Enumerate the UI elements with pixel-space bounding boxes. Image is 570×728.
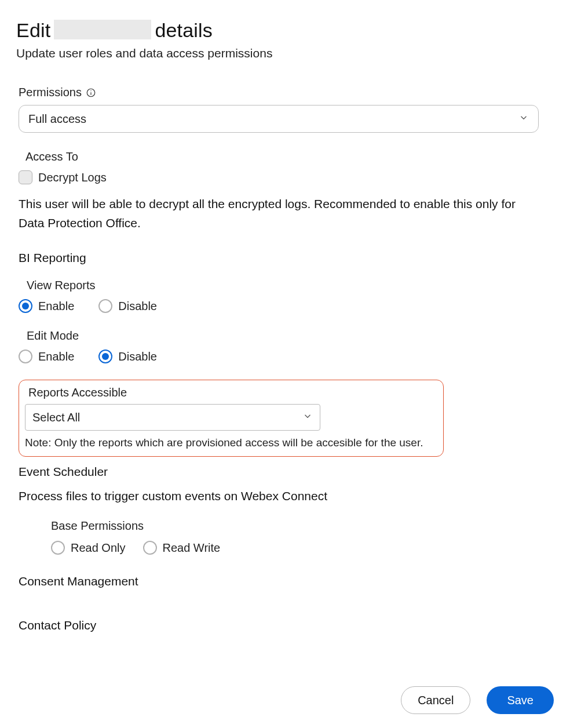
decrypt-logs-help: This user will be able to decrypt all th… (19, 195, 540, 232)
access-to-label: Access To (19, 150, 554, 163)
info-icon[interactable] (85, 87, 97, 99)
cancel-button[interactable]: Cancel (401, 686, 470, 714)
base-perm-read-only-radio[interactable]: Read Only (51, 541, 126, 555)
permissions-selected-value: Full access (28, 112, 86, 126)
edit-mode-enable-radio[interactable]: Enable (19, 350, 74, 363)
radio-icon (98, 299, 112, 313)
decrypt-logs-label: Decrypt Logs (38, 171, 107, 184)
reports-accessible-selected: Select All (32, 411, 80, 424)
radio-icon (143, 541, 157, 555)
event-scheduler-title: Event Scheduler (19, 465, 554, 479)
reports-accessible-label: Reports Accessible (25, 386, 437, 399)
permissions-select[interactable]: Full access (19, 105, 539, 133)
permissions-label: Permissions (19, 86, 554, 99)
chevron-down-icon (302, 411, 313, 424)
event-scheduler-description: Process files to trigger custom events o… (19, 489, 554, 503)
title-suffix: details (155, 19, 213, 42)
bi-reporting-title: BI Reporting (19, 251, 554, 265)
view-reports-label: View Reports (19, 279, 554, 292)
base-permissions-label: Base Permissions (51, 519, 554, 533)
save-button[interactable]: Save (487, 686, 554, 714)
radio-icon (19, 350, 32, 363)
decrypt-logs-checkbox[interactable] (19, 170, 32, 184)
footer-actions: Cancel Save (401, 686, 554, 714)
reports-accessible-note: Note: Only the reports which are provisi… (25, 436, 437, 449)
title-prefix: Edit (16, 19, 50, 42)
chevron-down-icon (518, 112, 529, 126)
radio-icon (98, 350, 112, 363)
view-reports-enable-radio[interactable]: Enable (19, 299, 74, 313)
edit-mode-disable-radio[interactable]: Disable (98, 350, 157, 363)
page-subtitle: Update user roles and data access permis… (16, 46, 554, 60)
reports-accessible-select[interactable]: Select All (25, 404, 320, 431)
view-reports-disable-radio[interactable]: Disable (98, 299, 157, 313)
base-perm-read-write-radio[interactable]: Read Write (143, 541, 221, 555)
radio-icon (51, 541, 65, 555)
redacted-username (54, 20, 151, 39)
consent-management-title: Consent Management (19, 574, 554, 588)
radio-icon (19, 299, 32, 313)
page-title: Edit details (16, 17, 554, 42)
edit-mode-label: Edit Mode (19, 329, 554, 343)
svg-point-2 (90, 90, 91, 90)
contact-policy-title: Contact Policy (19, 618, 554, 632)
reports-accessible-highlight: Reports Accessible Select All Note: Only… (19, 380, 444, 457)
